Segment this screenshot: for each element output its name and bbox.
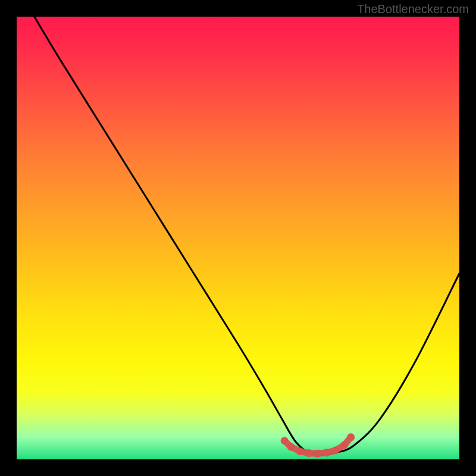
svg-point-2 (296, 447, 304, 455)
svg-point-6 (331, 447, 339, 455)
watermark-text: TheBottlenecker.com (357, 2, 469, 16)
chart-plot-area (17, 17, 459, 459)
svg-point-1 (287, 443, 295, 451)
svg-point-8 (347, 433, 355, 441)
svg-point-0 (281, 437, 289, 444)
svg-point-5 (322, 449, 330, 456)
bottleneck-curve (35, 17, 459, 455)
chart-svg (17, 17, 459, 459)
svg-point-7 (340, 441, 348, 449)
svg-point-4 (314, 450, 321, 458)
svg-point-3 (305, 449, 313, 457)
